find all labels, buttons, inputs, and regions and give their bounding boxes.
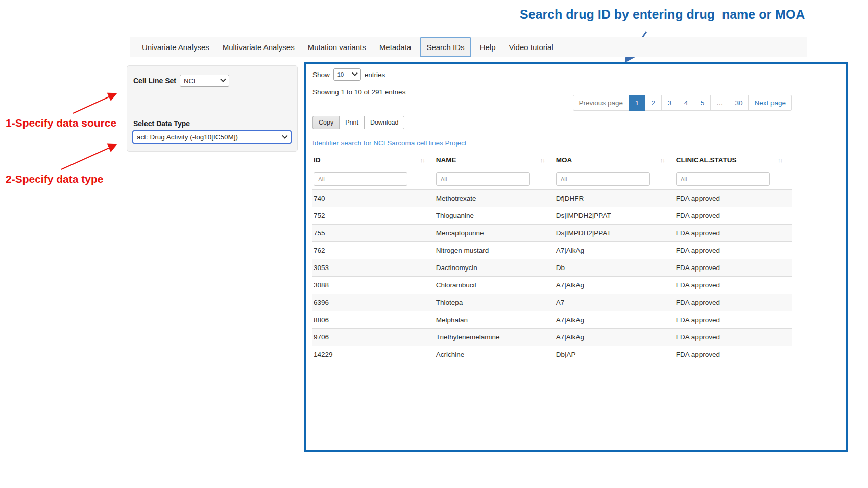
table-row: 8806 Melphalan A7|AlkAg FDA approved [312, 311, 792, 329]
sidebar-panel: Cell Line Set NCI Select Data Type act: … [127, 65, 298, 152]
red-arrow-2 [61, 145, 115, 169]
cell-clinical-status: FDA approved [675, 329, 792, 346]
table-row: 14229 Acrichine Db|AP FDA approved [312, 346, 792, 363]
page-ellipsis: … [711, 95, 730, 111]
column-header-clinical-status[interactable]: CLINICAL.STATUS↑↓ [675, 152, 792, 168]
cell-moa: Db [555, 259, 675, 277]
tab-mutation-variants[interactable]: Mutation variants [301, 43, 373, 52]
cell-id: 740 [312, 190, 435, 207]
data-type-label: Select Data Type [133, 119, 190, 128]
cell-id: 752 [312, 207, 435, 225]
page-button-2[interactable]: 2 [645, 95, 662, 111]
cell-name: Mercaptopurine [435, 225, 555, 242]
cell-moa: Ds|IMPDH2|PPAT [555, 225, 675, 242]
filter-input-name[interactable] [436, 172, 530, 186]
page-button-5[interactable]: 5 [694, 95, 711, 111]
cell-moa: A7|AlkAg [555, 242, 675, 259]
cell-clinical-status: FDA approved [675, 311, 792, 329]
cell-clinical-status: FDA approved [675, 259, 792, 277]
cell-name: Acrichine [435, 346, 555, 363]
table-row: 9706 Triethylenemelamine A7|AlkAg FDA ap… [312, 329, 792, 346]
page-button-4[interactable]: 4 [678, 95, 694, 111]
table-row: 6396 Thiotepa A7 FDA approved [312, 294, 792, 311]
table-row: 752 Thioguanine Ds|IMPDH2|PPAT FDA appro… [312, 207, 792, 225]
cell-moa: Ds|IMPDH2|PPAT [555, 207, 675, 225]
column-header-name[interactable]: NAME↑↓ [435, 152, 555, 168]
cell-name: Thioguanine [435, 207, 555, 225]
sort-icon: ↑↓ [778, 157, 782, 163]
table-row: 3088 Chlorambucil A7|AlkAg FDA approved [312, 277, 792, 294]
filter-row [312, 168, 792, 190]
annotation-specify-data-source: 1-Specify data source [6, 117, 116, 129]
tab-help[interactable]: Help [473, 43, 502, 52]
cell-line-set-value: NCI [184, 77, 195, 85]
page-button-1[interactable]: 1 [629, 95, 645, 111]
cell-id: 14229 [312, 346, 435, 363]
cell-moa: Db|AP [555, 346, 675, 363]
column-header-moa[interactable]: MOA↑↓ [555, 152, 675, 168]
cell-id: 6396 [312, 294, 435, 311]
filter-input-moa[interactable] [556, 172, 650, 186]
cell-clinical-status: FDA approved [675, 242, 792, 259]
download-button[interactable]: Download [365, 116, 405, 129]
cell-clinical-status: FDA approved [675, 277, 792, 294]
show-label: Show [312, 71, 330, 79]
top-annotation: Search drug ID by entering drug name or … [520, 7, 857, 22]
page-length-value: 10 [337, 71, 344, 78]
table-row: 755 Mercaptopurine Ds|IMPDH2|PPAT FDA ap… [312, 225, 792, 242]
sort-icon: ↑↓ [540, 157, 545, 163]
cell-id: 3053 [312, 259, 435, 277]
entries-label: entries [365, 71, 385, 79]
export-buttons: Copy Print Download [312, 116, 404, 129]
table-info: Showing 1 to 10 of 291 entries [312, 88, 405, 96]
cell-moa: A7|AlkAg [555, 311, 675, 329]
cell-id: 8806 [312, 311, 435, 329]
cell-clinical-status: FDA approved [675, 294, 792, 311]
cell-moa: A7|AlkAg [555, 329, 675, 346]
sort-icon: ↑↓ [660, 157, 665, 163]
data-type-select[interactable]: act: Drug Activity (-log10[IC50M]) [132, 130, 292, 144]
results-table: ID↑↓ NAME↑↓ MOA↑↓ CLINICAL.STATUS↑↓ 740 … [312, 152, 792, 363]
table-row: 3053 Dactinomycin Db FDA approved [312, 259, 792, 277]
page-button-30[interactable]: 30 [729, 95, 749, 111]
cell-name: Nitrogen mustard [435, 242, 555, 259]
cell-moa: A7|AlkAg [555, 277, 675, 294]
nav-bar: Univariate Analyses Multivariate Analyse… [130, 37, 807, 57]
cell-moa: Df|DHFR [555, 190, 675, 207]
header-row: ID↑↓ NAME↑↓ MOA↑↓ CLINICAL.STATUS↑↓ [312, 152, 792, 168]
tab-metadata[interactable]: Metadata [373, 43, 418, 52]
cell-name: Chlorambucil [435, 277, 555, 294]
chevron-down-icon [282, 133, 287, 138]
print-button[interactable]: Print [340, 116, 365, 129]
table-row: 740 Methotrexate Df|DHFR FDA approved [312, 190, 792, 207]
cell-clinical-status: FDA approved [675, 225, 792, 242]
cell-name: Methotrexate [435, 190, 555, 207]
cell-clinical-status: FDA approved [675, 346, 792, 363]
cell-clinical-status: FDA approved [675, 190, 792, 207]
previous-page-button[interactable]: Previous page [573, 95, 629, 111]
tab-multivariate-analyses[interactable]: Multivariate Analyses [216, 43, 301, 52]
column-label: MOA [556, 156, 572, 164]
column-header-id[interactable]: ID↑↓ [312, 152, 435, 168]
tab-univariate-analyses[interactable]: Univariate Analyses [135, 43, 216, 52]
table-row: 762 Nitrogen mustard A7|AlkAg FDA approv… [312, 242, 792, 259]
column-label: ID [314, 156, 321, 164]
red-arrow-1 [73, 94, 115, 113]
cell-id: 3088 [312, 277, 435, 294]
tab-search-ids[interactable]: Search IDs [420, 37, 471, 57]
search-ids-panel: Show 10 entries Showing 1 to 10 of 291 e… [304, 62, 848, 452]
cell-line-set-label: Cell Line Set [133, 77, 176, 85]
column-label: NAME [436, 156, 456, 164]
next-page-button[interactable]: Next page [749, 95, 792, 111]
cell-clinical-status: FDA approved [675, 207, 792, 225]
copy-button[interactable]: Copy [312, 116, 340, 129]
page-length-select[interactable]: 10 [333, 68, 361, 81]
tab-video-tutorial[interactable]: Video tutorial [502, 43, 560, 52]
filter-input-clinical-status[interactable] [676, 172, 770, 186]
cell-line-set-select[interactable]: NCI [180, 75, 229, 87]
data-type-value: act: Drug Activity (-log10[IC50M]) [137, 133, 238, 141]
filter-input-id[interactable] [314, 172, 407, 186]
identifier-search-link[interactable]: Identifier search for NCI Sarcoma cell l… [312, 139, 467, 147]
annotation-specify-data-type: 2-Specify data type [6, 173, 103, 185]
page-button-3[interactable]: 3 [662, 95, 678, 111]
